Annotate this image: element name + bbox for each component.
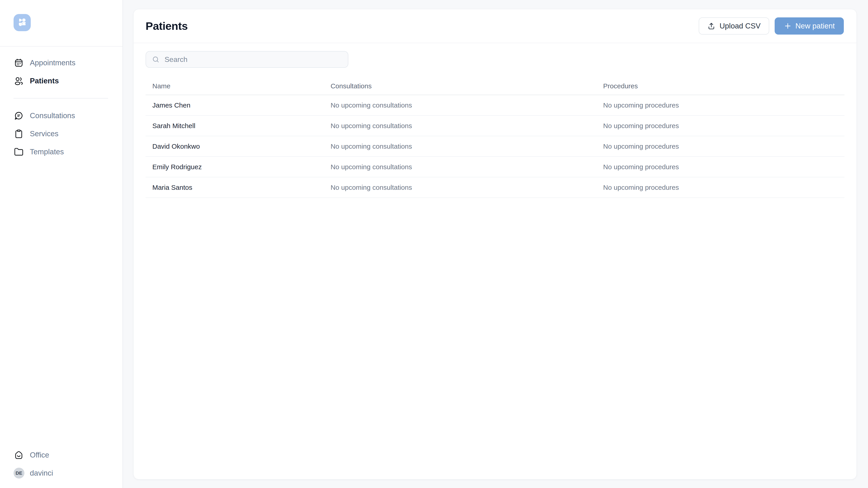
sidebar-item-label: Consultations <box>30 111 75 120</box>
search-box <box>146 51 348 68</box>
sidebar-nav-top: Appointments Patients <box>0 46 123 98</box>
card-body: Name Consultations Procedures James Chen… <box>133 43 857 479</box>
patient-consultations: No upcoming consultations <box>324 101 596 109</box>
main-content: Patients Upload CSV <box>123 0 868 488</box>
search-input[interactable] <box>164 55 342 64</box>
table-row[interactable]: David Okonkwo No upcoming consultations … <box>146 136 844 157</box>
sidebar-item-user[interactable]: DE davinci <box>0 464 123 482</box>
patient-procedures: No upcoming procedures <box>596 184 844 191</box>
patient-procedures: No upcoming procedures <box>596 101 844 109</box>
patient-procedures: No upcoming procedures <box>596 163 844 171</box>
new-patient-button[interactable]: New patient <box>775 18 844 35</box>
folder-icon <box>14 147 24 157</box>
sidebar-nav-main: Consultations Services Templates <box>0 98 123 161</box>
patient-consultations: No upcoming consultations <box>324 122 596 130</box>
patient-procedures: No upcoming procedures <box>596 142 844 150</box>
sidebar-item-label: Templates <box>30 148 64 156</box>
table-header-row: Name Consultations Procedures <box>146 77 844 95</box>
logo-grid-icon <box>16 16 29 29</box>
patient-name: James Chen <box>146 101 324 109</box>
sidebar-item-services[interactable]: Services <box>0 125 123 143</box>
calendar-icon <box>14 58 24 68</box>
app-root: Appointments Patients <box>0 0 868 488</box>
sidebar-item-label: Appointments <box>30 59 75 67</box>
column-header-procedures: Procedures <box>596 82 844 90</box>
table-body: James Chen No upcoming consultations No … <box>146 95 844 198</box>
table-row[interactable]: Emily Rodriguez No upcoming consultation… <box>146 157 844 177</box>
house-icon <box>14 450 24 460</box>
sidebar-item-label: Services <box>30 129 59 138</box>
patient-name: Emily Rodriguez <box>146 163 324 171</box>
sidebar-item-consultations[interactable]: Consultations <box>0 107 123 125</box>
table-row[interactable]: Maria Santos No upcoming consultations N… <box>146 177 844 198</box>
upload-csv-label: Upload CSV <box>719 22 761 30</box>
patient-procedures: No upcoming procedures <box>596 122 844 130</box>
header-actions: Upload CSV New patient <box>699 18 844 35</box>
logo-container <box>0 0 123 46</box>
card-header: Patients Upload CSV <box>133 9 857 43</box>
patient-name: David Okonkwo <box>146 142 324 150</box>
sidebar-item-office[interactable]: Office <box>0 446 123 464</box>
page-title: Patients <box>146 20 188 32</box>
plus-icon <box>784 22 792 30</box>
patient-consultations: No upcoming consultations <box>324 184 596 191</box>
patients-card: Patients Upload CSV <box>133 9 857 480</box>
upload-csv-button[interactable]: Upload CSV <box>699 18 769 35</box>
search-icon <box>152 56 160 63</box>
upload-icon <box>707 22 715 30</box>
table-row[interactable]: Sarah Mitchell No upcoming consultations… <box>146 116 844 136</box>
table-row[interactable]: James Chen No upcoming consultations No … <box>146 95 844 116</box>
sidebar-item-appointments[interactable]: Appointments <box>0 54 123 72</box>
clipboard-icon <box>14 129 24 138</box>
patients-table: Name Consultations Procedures James Chen… <box>146 77 844 198</box>
column-header-consultations: Consultations <box>324 82 596 90</box>
column-header-name: Name <box>146 82 324 90</box>
users-icon <box>14 76 24 86</box>
user-name: davinci <box>30 469 53 477</box>
patient-consultations: No upcoming consultations <box>324 163 596 171</box>
user-avatar: DE <box>13 468 24 479</box>
patient-name: Maria Santos <box>146 184 324 191</box>
sidebar-footer: Office DE davinci <box>0 446 123 488</box>
sidebar-item-label: Patients <box>30 76 59 85</box>
new-patient-label: New patient <box>796 22 835 30</box>
sidebar-item-label: Office <box>30 451 49 459</box>
patient-name: Sarah Mitchell <box>146 122 324 130</box>
sidebar-item-patients[interactable]: Patients <box>0 72 123 90</box>
sidebar: Appointments Patients <box>0 0 123 488</box>
chat-bubble-icon <box>14 111 24 121</box>
app-logo[interactable] <box>13 14 31 31</box>
patient-consultations: No upcoming consultations <box>324 142 596 150</box>
sidebar-item-templates[interactable]: Templates <box>0 143 123 161</box>
